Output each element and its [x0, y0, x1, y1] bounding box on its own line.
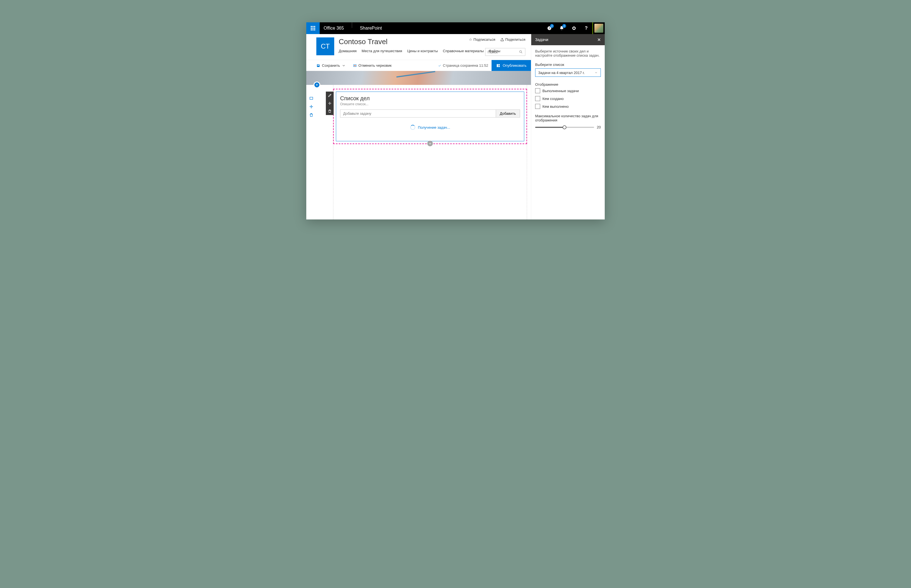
save-label: Сохранить	[322, 63, 340, 68]
loading-text: Получение задач...	[418, 125, 450, 129]
add-webpart-button[interactable]: +	[427, 141, 433, 146]
publish-icon	[496, 63, 501, 68]
check-icon	[438, 64, 441, 67]
share-button[interactable]: Поделиться	[500, 37, 525, 42]
discard-label: Отменить черновик	[358, 63, 392, 68]
chevron-down-icon	[594, 71, 598, 74]
nav-home[interactable]: Домашняя	[339, 49, 357, 53]
app-launcher[interactable]	[306, 22, 320, 34]
svg-rect-4	[310, 97, 313, 99]
list-dropdown-value: Задачи на 4 квартал 2017 г.	[538, 71, 585, 75]
discard-icon	[353, 64, 357, 68]
edit-webpart-button[interactable]	[326, 92, 334, 99]
app-window: Office 365 SharePoint S 2 2 ? CT Cont	[306, 22, 605, 220]
suite-bar: Office 365 SharePoint S 2 2 ?	[306, 22, 605, 34]
todo-webpart: Список дел Опишите список... Добавить По…	[336, 92, 524, 141]
section-tools	[306, 85, 316, 220]
loading-indicator: Получение задач...	[340, 125, 520, 130]
webpart-drop-zone: Список дел Опишите список... Добавить По…	[333, 89, 527, 144]
chevron-down-icon	[342, 64, 346, 68]
check-completed-label: Выполненные задачи	[542, 89, 579, 93]
follow-button[interactable]: ☆ Подписаться	[469, 37, 495, 42]
star-icon: ☆	[469, 37, 472, 42]
delete-section-icon[interactable]	[309, 113, 314, 117]
publish-label: Опубликовать	[503, 63, 527, 68]
webpart-subtitle[interactable]: Опишите список...	[340, 102, 520, 106]
share-icon	[500, 38, 504, 42]
help-icon: ?	[585, 26, 588, 31]
publish-button[interactable]: Опубликовать	[491, 60, 531, 71]
move-icon	[328, 101, 332, 105]
command-bar: Сохранить Отменить черновик Страница сох…	[306, 60, 531, 71]
add-task-button[interactable]: Добавить	[496, 110, 520, 118]
brand-office[interactable]: Office 365	[320, 22, 348, 34]
nav-places[interactable]: Места для путешествия	[361, 49, 402, 53]
check-completed[interactable]: Выполненные задачи	[535, 88, 601, 93]
nav-prices[interactable]: Цены и контракты	[407, 49, 438, 53]
webpart-title[interactable]: Список дел	[340, 95, 520, 102]
site-logo[interactable]: CT	[316, 37, 334, 55]
slider-value: 20	[597, 125, 601, 129]
follow-label: Подписаться	[473, 37, 495, 42]
page-hero[interactable]	[306, 71, 531, 85]
new-task-input[interactable]	[340, 110, 496, 118]
waffle-icon	[311, 26, 315, 31]
check-completed-by-label: Кем выполнено	[542, 104, 569, 108]
canvas-area: + Список	[306, 85, 531, 220]
gear-icon	[571, 26, 577, 31]
move-webpart-button[interactable]	[326, 99, 334, 107]
checkbox-icon	[535, 96, 540, 101]
search-input[interactable]: Поиск	[485, 48, 525, 56]
spinner-icon	[410, 125, 415, 130]
account-button[interactable]	[592, 22, 605, 34]
svg-point-2	[519, 50, 522, 52]
slider-label: Максимальное количество задач для отобра…	[535, 114, 601, 122]
check-created-by-label: Кем создано	[542, 97, 564, 101]
edit-section-icon[interactable]	[309, 96, 314, 100]
move-section-icon[interactable]	[309, 104, 314, 109]
pencil-icon	[328, 94, 332, 97]
close-icon: ✕	[597, 37, 601, 42]
max-tasks-slider[interactable]	[535, 127, 594, 128]
save-button[interactable]: Сохранить	[316, 63, 346, 68]
save-status: Страница сохранена 11:52	[438, 63, 488, 68]
skype-button[interactable]: S 2	[543, 22, 556, 34]
property-pane: Задачи ✕ Выберите источник своих дел и н…	[531, 34, 605, 220]
trash-icon	[328, 109, 332, 113]
webpart-tools	[326, 92, 334, 115]
add-section-button[interactable]: +	[314, 82, 320, 88]
site-nav: Домашняя Места для путешествия Цены и ко…	[339, 49, 500, 53]
avatar	[594, 24, 603, 33]
pane-header: Задачи ✕	[531, 34, 605, 45]
slider-thumb[interactable]	[562, 125, 566, 129]
discard-button[interactable]: Отменить черновик	[353, 63, 392, 68]
skype-badge: 2	[550, 24, 554, 28]
delete-webpart-button[interactable]	[326, 107, 334, 115]
settings-button[interactable]	[568, 22, 580, 34]
search-placeholder: Поиск	[488, 50, 498, 54]
pane-title: Задачи	[535, 37, 548, 42]
close-pane-button[interactable]: ✕	[597, 37, 601, 42]
list-field-label: Выберите список	[535, 63, 601, 67]
checkbox-icon	[535, 88, 540, 93]
check-created-by[interactable]: Кем создано	[535, 96, 601, 101]
help-button[interactable]: ?	[580, 22, 592, 34]
save-icon	[316, 64, 320, 68]
share-label: Поделиться	[505, 37, 525, 42]
check-completed-by[interactable]: Кем выполнено	[535, 104, 601, 109]
svg-text:S: S	[549, 27, 550, 30]
search-icon	[519, 50, 523, 54]
display-section-label: Отображение	[535, 82, 601, 87]
site-header: CT Contoso Travel Домашняя Места для пут…	[306, 34, 531, 55]
brand-app[interactable]: SharePoint	[356, 22, 386, 34]
status-text: Страница сохранена 11:52	[443, 63, 488, 68]
notifications-badge: 2	[562, 24, 566, 28]
list-dropdown[interactable]: Задачи на 4 квартал 2017 г.	[535, 68, 601, 77]
notifications-button[interactable]: 2	[556, 22, 568, 34]
nav-refs[interactable]: Справочные материалы	[443, 49, 484, 53]
checkbox-icon	[535, 104, 540, 109]
pane-description: Выберите источник своих дел и настройте …	[535, 49, 601, 58]
